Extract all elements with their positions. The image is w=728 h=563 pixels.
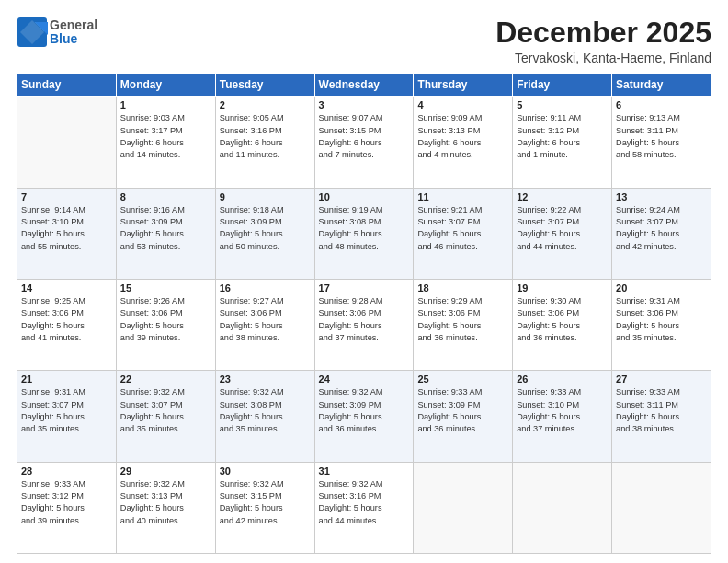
day-info: Sunrise: 9:03 AM Sunset: 3:17 PM Dayligh… bbox=[120, 112, 211, 161]
table-cell: 9Sunrise: 9:18 AM Sunset: 3:09 PM Daylig… bbox=[215, 188, 314, 279]
day-info: Sunrise: 9:13 AM Sunset: 3:11 PM Dayligh… bbox=[616, 112, 707, 161]
table-cell: 25Sunrise: 9:33 AM Sunset: 3:09 PM Dayli… bbox=[414, 371, 513, 462]
col-monday: Monday bbox=[116, 74, 215, 97]
day-number: 26 bbox=[517, 373, 608, 385]
day-info: Sunrise: 9:30 AM Sunset: 3:06 PM Dayligh… bbox=[517, 295, 608, 344]
day-number: 27 bbox=[616, 373, 707, 385]
day-number: 4 bbox=[417, 99, 508, 110]
day-info: Sunrise: 9:27 AM Sunset: 3:06 PM Dayligh… bbox=[220, 295, 311, 344]
day-number: 30 bbox=[220, 465, 311, 477]
table-cell: 12Sunrise: 9:22 AM Sunset: 3:07 PM Dayli… bbox=[513, 188, 612, 279]
table-cell: 6Sunrise: 9:13 AM Sunset: 3:11 PM Daylig… bbox=[612, 97, 711, 188]
day-number: 14 bbox=[21, 282, 112, 293]
day-number: 3 bbox=[319, 99, 410, 110]
day-number: 20 bbox=[616, 282, 707, 293]
table-cell bbox=[414, 462, 513, 553]
table-cell: 27Sunrise: 9:33 AM Sunset: 3:11 PM Dayli… bbox=[612, 371, 711, 462]
table-cell: 13Sunrise: 9:24 AM Sunset: 3:07 PM Dayli… bbox=[612, 188, 711, 279]
day-info: Sunrise: 9:32 AM Sunset: 3:07 PM Dayligh… bbox=[120, 386, 211, 435]
table-cell: 5Sunrise: 9:11 AM Sunset: 3:12 PM Daylig… bbox=[513, 97, 612, 188]
day-number: 11 bbox=[417, 191, 508, 202]
table-cell: 15Sunrise: 9:26 AM Sunset: 3:06 PM Dayli… bbox=[116, 279, 215, 370]
table-cell bbox=[17, 97, 117, 188]
table-cell bbox=[513, 462, 612, 553]
table-cell: 14Sunrise: 9:25 AM Sunset: 3:06 PM Dayli… bbox=[17, 279, 117, 370]
day-number: 21 bbox=[21, 373, 112, 385]
table-cell: 8Sunrise: 9:16 AM Sunset: 3:09 PM Daylig… bbox=[116, 188, 215, 279]
day-info: Sunrise: 9:25 AM Sunset: 3:06 PM Dayligh… bbox=[21, 295, 112, 344]
location: Tervakoski, Kanta-Haeme, Finland bbox=[495, 51, 711, 65]
header: General Blue December 2025 Tervakoski, K… bbox=[17, 17, 711, 65]
table-cell bbox=[612, 462, 711, 553]
col-friday: Friday bbox=[513, 74, 612, 97]
day-info: Sunrise: 9:29 AM Sunset: 3:06 PM Dayligh… bbox=[417, 295, 508, 344]
day-info: Sunrise: 9:32 AM Sunset: 3:09 PM Dayligh… bbox=[319, 386, 410, 435]
logo-general: General bbox=[50, 18, 97, 32]
table-cell: 18Sunrise: 9:29 AM Sunset: 3:06 PM Dayli… bbox=[414, 279, 513, 370]
table-cell: 17Sunrise: 9:28 AM Sunset: 3:06 PM Dayli… bbox=[314, 279, 414, 370]
calendar-table: Sunday Monday Tuesday Wednesday Thursday… bbox=[17, 73, 711, 554]
day-number: 23 bbox=[220, 373, 311, 385]
day-info: Sunrise: 9:31 AM Sunset: 3:07 PM Dayligh… bbox=[21, 386, 112, 435]
day-number: 6 bbox=[616, 99, 707, 110]
day-info: Sunrise: 9:11 AM Sunset: 3:12 PM Dayligh… bbox=[517, 112, 608, 161]
logo-blue: Blue bbox=[50, 32, 97, 46]
day-info: Sunrise: 9:22 AM Sunset: 3:07 PM Dayligh… bbox=[517, 204, 608, 253]
logo: General Blue bbox=[17, 17, 97, 48]
page: General Blue December 2025 Tervakoski, K… bbox=[0, 0, 728, 563]
day-info: Sunrise: 9:26 AM Sunset: 3:06 PM Dayligh… bbox=[120, 295, 211, 344]
col-tuesday: Tuesday bbox=[215, 74, 314, 97]
day-number: 15 bbox=[120, 282, 211, 293]
day-number: 31 bbox=[319, 465, 410, 477]
day-info: Sunrise: 9:05 AM Sunset: 3:16 PM Dayligh… bbox=[220, 112, 311, 161]
col-thursday: Thursday bbox=[414, 74, 513, 97]
day-info: Sunrise: 9:09 AM Sunset: 3:13 PM Dayligh… bbox=[417, 112, 508, 161]
table-cell: 31Sunrise: 9:32 AM Sunset: 3:16 PM Dayli… bbox=[314, 462, 414, 553]
day-info: Sunrise: 9:32 AM Sunset: 3:16 PM Dayligh… bbox=[319, 478, 410, 527]
day-number: 9 bbox=[220, 191, 311, 202]
table-cell: 30Sunrise: 9:32 AM Sunset: 3:15 PM Dayli… bbox=[215, 462, 314, 553]
table-cell: 26Sunrise: 9:33 AM Sunset: 3:10 PM Dayli… bbox=[513, 371, 612, 462]
table-cell: 19Sunrise: 9:30 AM Sunset: 3:06 PM Dayli… bbox=[513, 279, 612, 370]
day-number: 1 bbox=[120, 99, 211, 110]
day-number: 8 bbox=[120, 191, 211, 202]
day-info: Sunrise: 9:19 AM Sunset: 3:08 PM Dayligh… bbox=[319, 204, 410, 253]
col-wednesday: Wednesday bbox=[314, 74, 414, 97]
day-info: Sunrise: 9:33 AM Sunset: 3:10 PM Dayligh… bbox=[517, 386, 608, 435]
table-cell: 21Sunrise: 9:31 AM Sunset: 3:07 PM Dayli… bbox=[17, 371, 117, 462]
day-number: 29 bbox=[120, 465, 211, 477]
table-cell: 20Sunrise: 9:31 AM Sunset: 3:06 PM Dayli… bbox=[612, 279, 711, 370]
table-cell: 2Sunrise: 9:05 AM Sunset: 3:16 PM Daylig… bbox=[215, 97, 314, 188]
table-cell: 22Sunrise: 9:32 AM Sunset: 3:07 PM Dayli… bbox=[116, 371, 215, 462]
day-info: Sunrise: 9:24 AM Sunset: 3:07 PM Dayligh… bbox=[616, 204, 707, 253]
logo-icon bbox=[17, 17, 48, 48]
day-info: Sunrise: 9:21 AM Sunset: 3:07 PM Dayligh… bbox=[417, 204, 508, 253]
day-number: 10 bbox=[319, 191, 410, 202]
day-number: 28 bbox=[21, 465, 112, 477]
day-info: Sunrise: 9:33 AM Sunset: 3:11 PM Dayligh… bbox=[616, 386, 707, 435]
day-number: 24 bbox=[319, 373, 410, 385]
day-info: Sunrise: 9:33 AM Sunset: 3:09 PM Dayligh… bbox=[417, 386, 508, 435]
day-info: Sunrise: 9:31 AM Sunset: 3:06 PM Dayligh… bbox=[616, 295, 707, 344]
table-cell: 23Sunrise: 9:32 AM Sunset: 3:08 PM Dayli… bbox=[215, 371, 314, 462]
day-number: 18 bbox=[417, 282, 508, 293]
day-info: Sunrise: 9:33 AM Sunset: 3:12 PM Dayligh… bbox=[21, 478, 112, 527]
day-number: 12 bbox=[517, 191, 608, 202]
day-number: 2 bbox=[220, 99, 311, 110]
day-info: Sunrise: 9:18 AM Sunset: 3:09 PM Dayligh… bbox=[220, 204, 311, 253]
table-cell: 24Sunrise: 9:32 AM Sunset: 3:09 PM Dayli… bbox=[314, 371, 414, 462]
table-cell: 1Sunrise: 9:03 AM Sunset: 3:17 PM Daylig… bbox=[116, 97, 215, 188]
month-title: December 2025 bbox=[495, 17, 711, 49]
table-cell: 3Sunrise: 9:07 AM Sunset: 3:15 PM Daylig… bbox=[314, 97, 414, 188]
day-number: 25 bbox=[417, 373, 508, 385]
day-info: Sunrise: 9:16 AM Sunset: 3:09 PM Dayligh… bbox=[120, 204, 211, 253]
day-number: 19 bbox=[517, 282, 608, 293]
calendar-header-row: Sunday Monday Tuesday Wednesday Thursday… bbox=[17, 74, 711, 97]
table-cell: 29Sunrise: 9:32 AM Sunset: 3:13 PM Dayli… bbox=[116, 462, 215, 553]
table-cell: 28Sunrise: 9:33 AM Sunset: 3:12 PM Dayli… bbox=[17, 462, 117, 553]
table-cell: 4Sunrise: 9:09 AM Sunset: 3:13 PM Daylig… bbox=[414, 97, 513, 188]
day-info: Sunrise: 9:28 AM Sunset: 3:06 PM Dayligh… bbox=[319, 295, 410, 344]
day-number: 16 bbox=[220, 282, 311, 293]
table-cell: 11Sunrise: 9:21 AM Sunset: 3:07 PM Dayli… bbox=[414, 188, 513, 279]
day-info: Sunrise: 9:32 AM Sunset: 3:08 PM Dayligh… bbox=[220, 386, 311, 435]
